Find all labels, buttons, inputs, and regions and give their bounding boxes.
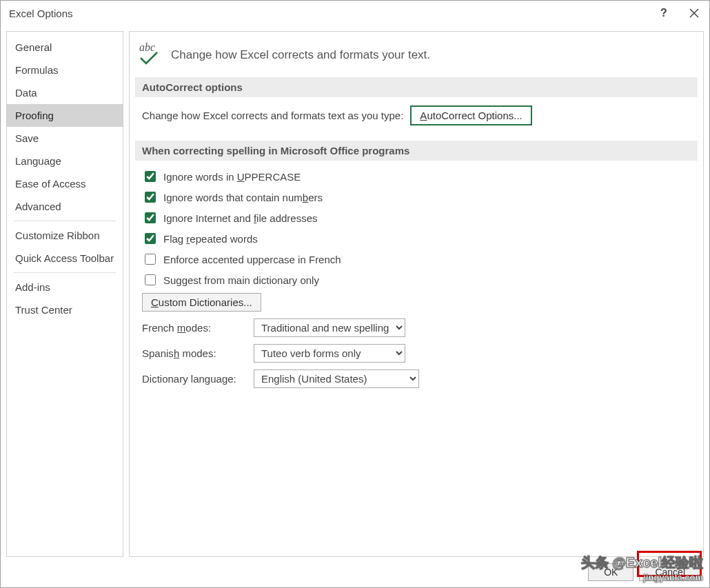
sidebar-item-add-ins[interactable]: Add-ins	[7, 276, 123, 298]
sidebar: General Formulas Data Proofing Save Lang…	[6, 31, 123, 557]
sidebar-item-formulas[interactable]: Formulas	[7, 59, 123, 81]
spanish-modes-select[interactable]: Tuteo verb forms only	[254, 344, 405, 363]
sidebar-item-trust-center[interactable]: Trust Center	[7, 298, 123, 321]
sidebar-item-advanced[interactable]: Advanced	[7, 195, 123, 218]
watermark: 头条 @Excel经验啦 jingyanla.com	[581, 554, 703, 582]
custom-dictionaries-button[interactable]: Custom Dictionaries...	[142, 293, 261, 312]
sidebar-item-quick-access-toolbar[interactable]: Quick Access Toolbar	[7, 247, 123, 270]
sidebar-item-customize-ribbon[interactable]: Customize Ribbon	[7, 224, 123, 247]
titlebar: Excel Options ?	[1, 1, 709, 26]
sidebar-item-data[interactable]: Data	[7, 81, 123, 104]
check-ignore-numbers[interactable]: Ignore words that contain numbers	[142, 190, 691, 205]
check-ignore-internet[interactable]: Ignore Internet and file addresses	[142, 210, 691, 225]
french-modes-select[interactable]: Traditional and new spellings	[254, 318, 405, 337]
window-title: Excel Options	[9, 8, 73, 19]
check-ignore-numbers-box[interactable]	[145, 192, 156, 203]
check-flag-repeated[interactable]: Flag repeated words	[142, 231, 691, 246]
dictionary-language-label: Dictionary language:	[142, 373, 245, 385]
sidebar-item-language[interactable]: Language	[7, 150, 123, 172]
sidebar-item-save[interactable]: Save	[7, 127, 123, 150]
sidebar-item-proofing[interactable]: Proofing	[7, 104, 123, 127]
autocorrect-label: Change how Excel corrects and formats te…	[142, 110, 403, 121]
section-autocorrect-title: AutoCorrect options	[135, 77, 698, 97]
check-ignore-uppercase[interactable]: Ignore words in UPPERCASE	[142, 169, 691, 184]
check-enforce-french-box[interactable]	[145, 254, 156, 265]
check-ignore-uppercase-box[interactable]	[145, 171, 156, 182]
check-enforce-french[interactable]: Enforce accented uppercase in French	[142, 252, 691, 267]
check-ignore-internet-box[interactable]	[145, 212, 156, 223]
excel-options-dialog: Excel Options ? General Formulas Data Pr…	[0, 0, 710, 588]
proofing-icon: abc	[138, 43, 163, 68]
svg-text:?: ?	[660, 7, 667, 19]
sidebar-item-ease-of-access[interactable]: Ease of Access	[7, 172, 123, 195]
check-suggest-main-dict[interactable]: Suggest from main dictionary only	[142, 272, 691, 287]
section-spelling-title: When correcting spelling in Microsoft Of…	[135, 141, 698, 161]
main-panel: abc Change how Excel corrects and format…	[129, 31, 704, 557]
close-button[interactable]	[679, 1, 709, 26]
hero: abc Change how Excel corrects and format…	[135, 39, 698, 77]
spanish-modes-label: Spanish modes:	[142, 347, 245, 359]
sidebar-item-general[interactable]: General	[7, 36, 123, 59]
help-button[interactable]: ?	[649, 1, 679, 26]
autocorrect-options-button[interactable]: AutoCorrect Options...	[410, 105, 531, 125]
dictionary-language-select[interactable]: English (United States)	[254, 369, 419, 388]
check-flag-repeated-box[interactable]	[145, 233, 156, 244]
hero-text: Change how Excel corrects and formats yo…	[171, 48, 430, 62]
french-modes-label: French modes:	[142, 322, 245, 334]
check-suggest-main-dict-box[interactable]	[145, 274, 156, 285]
